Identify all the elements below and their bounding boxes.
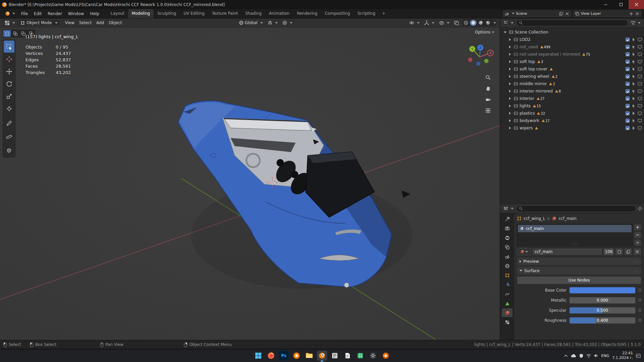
exclude-checkbox[interactable] [626,119,630,123]
exclude-checkbox[interactable] [626,38,630,42]
hide-viewport-icon[interactable] [638,60,642,64]
selectable-icon[interactable] [632,89,636,93]
selectable-icon[interactable] [632,111,636,115]
navigation-gizmo[interactable]: Y Z X [464,40,495,71]
properties-search[interactable] [517,205,636,212]
outliner-filter-button[interactable] [630,20,642,26]
hide-viewport-icon[interactable] [638,97,642,101]
tab-view-layer[interactable] [502,243,513,251]
select-mode-intersect-button[interactable] [28,30,35,37]
workspace-tab-shading[interactable]: Shading [241,9,265,18]
new-scene-icon[interactable] [559,11,564,16]
tab-world[interactable] [502,261,513,270]
close-button[interactable] [629,0,644,9]
workspace-tab-compositing[interactable]: Compositing [321,9,354,18]
add-cube-tool[interactable] [4,144,14,157]
shading-rendered-button[interactable] [485,20,491,26]
selectable-icon[interactable] [632,82,636,86]
outliner-collection-row[interactable]: wipers [500,124,644,132]
keyboard-language[interactable]: ENG [601,354,609,358]
archive-app-icon[interactable] [330,351,340,361]
volume-icon[interactable] [594,354,598,358]
notification-icon[interactable] [636,354,641,358]
scene-selector[interactable]: Scene [503,10,571,17]
outliner-scene-collection-row[interactable]: Scene Collection [500,28,644,36]
tab-material[interactable] [502,308,513,317]
exclude-checkbox[interactable] [626,82,630,86]
selectable-icon[interactable] [632,45,636,49]
expand-arrow-icon[interactable] [504,32,506,33]
material-slot-list[interactable]: ccf_main :::: [517,224,633,246]
select-mode-subtract-button[interactable] [19,30,27,37]
breadcrumb-material[interactable]: ccf_main [558,216,576,221]
unlink-material-button[interactable] [633,248,641,255]
expand-arrow-icon[interactable] [509,38,511,41]
expand-arrow-icon[interactable] [509,119,511,122]
expand-arrow-icon[interactable] [509,68,511,70]
move-tool[interactable] [4,65,14,77]
photoshop-icon[interactable]: Ps [279,351,289,361]
proportional-editing-button[interactable] [280,19,294,26]
menu-add[interactable]: Add [94,19,106,26]
visibility-dropdown[interactable] [407,20,422,26]
file-explorer-icon[interactable] [304,351,314,361]
shading-solid-button[interactable] [470,20,477,26]
slot-specials-button[interactable] [634,239,641,246]
hide-viewport-icon[interactable] [638,67,642,71]
maximize-button[interactable] [613,0,629,9]
add-slot-button[interactable] [634,224,641,231]
menu-window[interactable]: Window [65,10,87,18]
exclude-checkbox[interactable] [626,74,630,78]
hide-viewport-icon[interactable] [638,89,642,93]
animate-dot-icon[interactable] [638,309,641,312]
minimize-button[interactable] [598,0,613,9]
duplicate-material-button[interactable] [624,248,632,255]
hide-viewport-icon[interactable] [638,45,642,49]
view-layer-selector[interactable]: View Layer [573,10,642,17]
hide-viewport-icon[interactable] [638,38,642,42]
tab-object[interactable] [502,271,513,280]
workspace-tab-animation[interactable]: Animation [265,9,293,18]
tab-scene[interactable] [502,252,513,261]
rotate-tool[interactable] [4,78,14,90]
annotate-tool[interactable] [4,117,14,129]
exclude-checkbox[interactable] [626,97,630,101]
hide-viewport-icon[interactable] [638,126,642,130]
expand-arrow-icon[interactable] [509,97,511,100]
outliner-collection-row[interactable]: steering wheel 2 [500,73,644,80]
outliner-collection-row[interactable]: interior 27 [500,95,644,102]
mode-dropdown[interactable]: Object Mode [18,19,60,26]
outliner-search-input[interactable] [524,21,626,25]
tray-chevron-up-icon[interactable] [564,354,568,357]
tab-object-data[interactable] [502,299,513,308]
expand-arrow-icon[interactable] [509,53,511,56]
outliner-collection-row[interactable]: not_used 499 [500,43,644,51]
use-nodes-button[interactable]: Use Nodes [517,276,641,284]
exclude-checkbox[interactable] [626,52,630,56]
measure-tool[interactable] [4,130,14,142]
properties-search-input[interactable] [524,206,634,211]
workspace-tab-uv-editing[interactable]: UV Editing [180,9,208,18]
firefox-icon[interactable] [266,351,276,361]
expand-arrow-icon[interactable] [509,82,511,85]
wifi-icon[interactable] [586,354,591,358]
workspace-tab-modeling[interactable]: Modeling [128,9,154,18]
outliner-collection-row[interactable]: soft top 3 [500,58,644,65]
pin-icon[interactable] [638,206,642,211]
3d-scene[interactable] [0,27,500,340]
properties-editor-type-button[interactable] [502,205,515,212]
tab-modifiers[interactable] [502,280,513,289]
menu-view[interactable]: View [63,19,76,26]
workspace-tab-sculpting[interactable]: Sculpting [154,9,180,18]
gizmos-dropdown[interactable] [422,19,436,26]
remove-view-layer-icon[interactable] [635,11,640,16]
transform-tool[interactable] [4,103,14,115]
selectable-icon[interactable] [632,38,636,42]
media-app-icon[interactable] [381,351,391,361]
hide-viewport-icon[interactable] [638,53,642,56]
settings-gear-icon[interactable] [368,351,378,361]
selectable-icon[interactable] [632,126,636,130]
expand-arrow-icon[interactable] [509,46,511,48]
hide-viewport-icon[interactable] [638,112,642,115]
select-mode-extend-button[interactable] [11,30,19,37]
